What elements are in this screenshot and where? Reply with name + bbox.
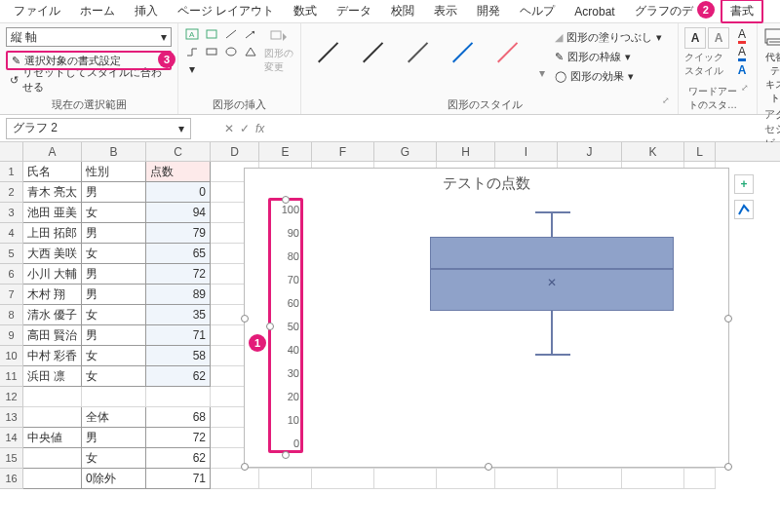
shape-oval-icon[interactable] — [223, 45, 239, 58]
col-header-F[interactable]: F — [312, 142, 374, 161]
col-header-H[interactable]: H — [437, 142, 495, 161]
cell[interactable]: 木村 翔 — [23, 285, 82, 305]
row-header-3[interactable]: 3 — [0, 203, 22, 223]
menu-view[interactable]: 表示 — [426, 1, 465, 21]
cell[interactable]: 女 — [82, 448, 146, 469]
gallery-more-icon[interactable]: ▾ — [539, 66, 545, 80]
select-all-corner[interactable] — [0, 142, 23, 161]
selection-handle[interactable] — [282, 196, 290, 204]
chart-handle[interactable] — [724, 463, 732, 471]
cell[interactable]: 65 — [146, 244, 211, 264]
shape-line-icon[interactable] — [223, 27, 239, 41]
menu-acrobat[interactable]: Acrobat — [566, 3, 622, 20]
cell[interactable]: 58 — [146, 346, 211, 366]
quick-style-button[interactable]: クイック スタイル — [684, 51, 723, 78]
chart-handle[interactable] — [241, 315, 249, 323]
embedded-chart[interactable]: テストの点数 1 1009080706050403020100 ✕ — [244, 168, 729, 468]
line-style-3[interactable] — [405, 33, 436, 64]
menu-data[interactable]: データ — [329, 1, 379, 21]
enter-icon[interactable]: ✓ — [240, 122, 250, 135]
cell[interactable] — [312, 469, 374, 489]
cell[interactable]: 0 — [146, 182, 211, 203]
cell[interactable] — [437, 469, 495, 489]
row-header-10[interactable]: 10 — [0, 346, 22, 366]
row-header-2[interactable]: 2 — [0, 182, 22, 203]
cell[interactable] — [495, 469, 558, 489]
reset-style-button[interactable]: ↺ リセットしてスタイルに合わせる — [6, 70, 172, 90]
row-header-15[interactable]: 15 — [0, 448, 22, 469]
cell[interactable]: 94 — [146, 203, 211, 223]
row-header-13[interactable]: 13 — [0, 407, 22, 428]
cell[interactable] — [259, 469, 312, 489]
cell[interactable]: 0除外 — [82, 469, 146, 489]
selection-handle[interactable] — [266, 323, 274, 330]
row-header-1[interactable]: 1 — [0, 162, 22, 182]
chart-styles-button[interactable] — [734, 200, 754, 219]
text-fill-icon[interactable]: A — [733, 27, 751, 43]
shape-style-gallery[interactable]: ▾ — [307, 27, 553, 86]
cell[interactable] — [23, 387, 82, 407]
row-header-4[interactable]: 4 — [0, 223, 22, 244]
cell[interactable]: 小川 大輔 — [23, 264, 82, 285]
cell[interactable] — [684, 469, 716, 489]
row-header-8[interactable]: 8 — [0, 305, 22, 325]
line-style-5[interactable] — [494, 33, 526, 64]
chart-handle[interactable] — [241, 463, 249, 471]
text-effects-icon[interactable]: A — [733, 62, 751, 78]
cell[interactable]: 68 — [146, 407, 211, 428]
cell[interactable]: 女 — [82, 366, 146, 387]
cell[interactable]: 62 — [146, 366, 211, 387]
cell[interactable]: 女 — [82, 244, 146, 264]
cell[interactable]: 71 — [146, 469, 211, 489]
change-shape-button[interactable]: 図形の 変更 — [264, 27, 294, 76]
cell[interactable] — [211, 469, 259, 489]
cell[interactable]: 性別 — [82, 162, 146, 182]
shape-arrow-icon[interactable] — [243, 27, 258, 41]
line-style-2[interactable] — [360, 33, 391, 64]
cell[interactable]: 氏名 — [23, 162, 82, 182]
shape-gallery[interactable]: A ▾ — [184, 27, 260, 76]
menu-insert[interactable]: 挿入 — [127, 1, 166, 21]
cell[interactable]: 清水 優子 — [23, 305, 82, 325]
cell[interactable] — [146, 387, 211, 407]
cell[interactable] — [23, 448, 82, 469]
cell[interactable]: 点数 — [146, 162, 211, 182]
col-header-D[interactable]: D — [211, 142, 259, 161]
shape-fill-button[interactable]: ◢図形の塗りつぶし▾ — [553, 27, 672, 47]
line-style-1[interactable] — [315, 33, 346, 64]
cell[interactable]: 浜田 凛 — [23, 366, 82, 387]
name-box[interactable]: グラフ 2 ▾ — [6, 118, 191, 139]
col-header-G[interactable]: G — [374, 142, 437, 161]
chart-elements-button[interactable]: + — [734, 174, 754, 194]
selection-handle[interactable] — [282, 451, 290, 459]
dialog-launcher-icon[interactable]: ⤢ — [741, 83, 751, 112]
cell[interactable]: 大西 美咲 — [23, 244, 82, 264]
cell[interactable]: 女 — [82, 305, 146, 325]
cell[interactable]: 89 — [146, 285, 211, 305]
row-header-12[interactable]: 12 — [0, 387, 22, 407]
cell-grid[interactable]: 氏名性別点数青木 亮太男0池田 亜美女94上田 拓郎男79大西 美咲女65小川 … — [23, 162, 716, 489]
col-header-B[interactable]: B — [82, 142, 146, 161]
cell[interactable] — [558, 469, 622, 489]
cell[interactable]: 72 — [146, 264, 211, 285]
shape-textbox-icon[interactable]: A — [184, 27, 200, 41]
cell[interactable]: 71 — [146, 325, 211, 346]
cell[interactable]: 全体 — [82, 407, 146, 428]
format-selection-button[interactable]: ✎ 選択対象の書式設定 — [6, 51, 172, 70]
cell[interactable]: 中央値 — [23, 428, 82, 448]
col-header-A[interactable]: A — [23, 142, 82, 161]
shape-triangle-icon[interactable] — [243, 45, 258, 58]
row-header-7[interactable]: 7 — [0, 285, 22, 305]
chart-title[interactable]: テストの点数 — [245, 169, 728, 199]
cell[interactable] — [374, 469, 437, 489]
menu-help[interactable]: ヘルプ — [512, 1, 563, 21]
cell[interactable] — [622, 469, 684, 489]
chart-handle[interactable] — [485, 463, 492, 471]
row-header-11[interactable]: 11 — [0, 366, 22, 387]
menu-review[interactable]: 校閲 — [383, 1, 422, 21]
cell[interactable]: 高田 賢治 — [23, 325, 82, 346]
cell[interactable]: 男 — [82, 264, 146, 285]
shape-effects-button[interactable]: ◯図形の効果▾ — [553, 66, 672, 86]
row-header-5[interactable]: 5 — [0, 244, 22, 264]
menu-chartdesign[interactable]: グラフのデ 2 — [627, 1, 701, 21]
